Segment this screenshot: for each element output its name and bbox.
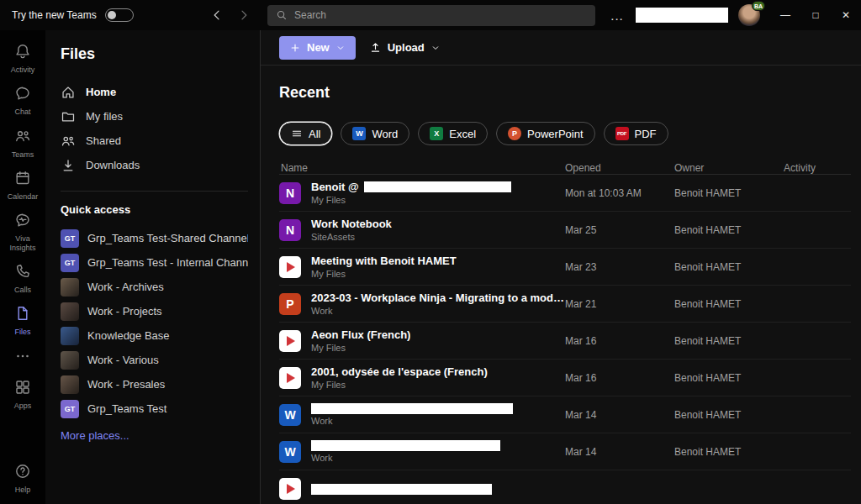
chat-icon xyxy=(14,85,31,105)
quick-access-item[interactable]: GTGrp_Teams Test-Shared Channel xyxy=(61,226,248,250)
file-row[interactable]: WWorkMar 14Benoit HAMET xyxy=(279,396,851,433)
file-owner: Benoit HAMET xyxy=(674,372,784,384)
onenote-file-icon: N xyxy=(279,182,301,204)
rail-item-teams[interactable]: Teams xyxy=(0,122,45,164)
avatar-badge: BA xyxy=(752,1,765,11)
file-row[interactable]: NWork NotebookSiteAssetsMar 25Benoit HAM… xyxy=(279,212,851,249)
quick-access-item[interactable]: Knowledge Base xyxy=(61,323,248,348)
sidebar-item-label: Downloads xyxy=(86,159,140,171)
rail-item-activity[interactable]: Activity xyxy=(0,37,45,79)
quick-access-item[interactable]: GTGrp_Teams Test - Internal Channel xyxy=(61,250,248,275)
sidebar-divider xyxy=(61,191,248,192)
avatar[interactable]: BA xyxy=(738,4,760,26)
new-teams-toggle[interactable] xyxy=(105,8,134,22)
file-row[interactable]: Meeting with Benoit HAMETMy FilesMar 23B… xyxy=(279,249,851,286)
upload-icon xyxy=(369,41,382,54)
forward-button[interactable] xyxy=(237,8,251,22)
file-row[interactable]: NBenoit @My FilesMon at 10:03 AMBenoit H… xyxy=(279,175,851,212)
redacted-file-name xyxy=(364,181,511,192)
rail-item-label: Activity xyxy=(11,66,35,74)
sidebar-item-label: Shared xyxy=(86,134,121,147)
file-opened: Mar 23 xyxy=(565,261,674,273)
recent-files-section: Recent AllWWordXExcelPPowerPointPDFPDF N… xyxy=(261,66,861,504)
file-row[interactable]: WWorkMar 14Benoit HAMET xyxy=(279,433,851,470)
file-opened: Mar 25 xyxy=(565,224,674,236)
quick-access-item[interactable]: GTGrp_Teams Test xyxy=(61,396,248,421)
chevron-down-icon xyxy=(430,43,441,53)
file-row[interactable]: P2023-03 - Workplace Ninja - Migrating t… xyxy=(279,286,851,323)
rail-item-help[interactable]: Help xyxy=(0,457,45,499)
powerpoint-file-icon: P xyxy=(279,293,301,315)
window-controls: — □ ✕ xyxy=(770,0,861,30)
minimize-button[interactable]: — xyxy=(770,0,800,30)
search-input[interactable]: Search xyxy=(267,5,595,26)
column-header-owner[interactable]: Owner xyxy=(674,162,784,174)
file-row[interactable]: Aeon Flux (French)My FilesMar 16Benoit H… xyxy=(279,323,851,360)
team-badge-icon: GT xyxy=(61,400,79,418)
file-location: My Files xyxy=(311,343,410,353)
search-placeholder: Search xyxy=(294,9,326,21)
quick-access-label: Knowledge Base xyxy=(87,329,170,342)
main-panel: New Upload Recent AllWWordX xyxy=(261,30,861,504)
column-header-activity[interactable]: Activity xyxy=(784,162,851,174)
rail-item-calendar[interactable]: Calendar xyxy=(0,164,45,206)
new-button-label: New xyxy=(307,41,330,54)
rail-item-viva-insights[interactable]: Viva Insights xyxy=(0,206,45,257)
back-button[interactable] xyxy=(210,8,224,22)
filter-pill-word[interactable]: WWord xyxy=(341,122,409,145)
shared-icon xyxy=(61,134,76,149)
quick-access-label: Work - Presales xyxy=(87,378,165,391)
more-options-button[interactable]: ... xyxy=(607,8,627,23)
video-file-icon xyxy=(279,478,301,500)
column-header-name[interactable]: Name xyxy=(279,162,565,174)
site-thumbnail-icon xyxy=(61,375,79,394)
file-owner: Benoit HAMET xyxy=(674,224,784,236)
file-location: Work xyxy=(311,306,565,316)
rail-item-chat[interactable]: Chat xyxy=(0,79,45,121)
table-header: NameOpenedOwnerActivity xyxy=(279,162,851,175)
rail-item-label: Calls xyxy=(14,286,31,294)
filter-label: Word xyxy=(372,128,398,140)
filter-pill-excel[interactable]: XExcel xyxy=(418,122,488,145)
rail-item-calls[interactable]: Calls xyxy=(0,257,45,299)
folder-icon xyxy=(61,109,76,124)
quick-access-item[interactable]: Work - Projects xyxy=(61,299,248,323)
file-opened: Mar 21 xyxy=(565,298,674,310)
file-row[interactable]: 2001, odysée de l'espace (French)My File… xyxy=(279,360,851,396)
column-header-opened[interactable]: Opened xyxy=(565,162,674,174)
chevron-left-icon xyxy=(210,8,224,22)
sidebar-item-home[interactable]: Home xyxy=(61,80,248,104)
file-row[interactable] xyxy=(279,470,851,504)
video-file-icon xyxy=(279,330,301,352)
filter-pill-all[interactable]: All xyxy=(279,122,332,145)
quick-access-item[interactable]: Work - Various xyxy=(61,348,248,372)
word-file-icon: W xyxy=(279,441,301,463)
phone-icon xyxy=(14,263,31,283)
close-button[interactable]: ✕ xyxy=(831,0,861,30)
sidebar-item-my-files[interactable]: My files xyxy=(61,104,248,129)
list-icon xyxy=(291,128,303,139)
rail-item-more[interactable] xyxy=(0,342,45,373)
maximize-button[interactable]: □ xyxy=(800,0,831,30)
filter-pill-pdf[interactable]: PDFPDF xyxy=(604,122,668,145)
sidebar-item-downloads[interactable]: Downloads xyxy=(61,153,248,177)
video-file-icon xyxy=(279,256,301,278)
file-name-text: Work Notebook xyxy=(311,218,392,230)
viva-icon xyxy=(14,212,31,232)
filter-pill-powerpoint[interactable]: PPowerPoint xyxy=(496,122,594,145)
file-opened: Mar 14 xyxy=(565,446,674,458)
sidebar-item-shared[interactable]: Shared xyxy=(61,129,248,153)
rail-item-apps[interactable]: Apps xyxy=(0,373,45,415)
quick-access-item[interactable]: Work - Archives xyxy=(61,275,248,299)
sidebar-title: Files xyxy=(61,45,248,63)
sidebar-item-label: Home xyxy=(86,86,116,98)
rail-item-label: Viva Insights xyxy=(2,234,44,252)
rail-item-files[interactable]: Files xyxy=(0,299,45,341)
quick-access-item[interactable]: Work - Presales xyxy=(61,372,248,396)
quick-access-label: Grp_Teams Test-Shared Channel xyxy=(87,232,248,244)
home-icon xyxy=(61,85,76,100)
upload-button[interactable]: Upload xyxy=(369,36,441,60)
more-places-link[interactable]: More places... xyxy=(61,429,248,442)
new-button[interactable]: New xyxy=(279,36,356,60)
redacted-file-name xyxy=(311,440,500,451)
